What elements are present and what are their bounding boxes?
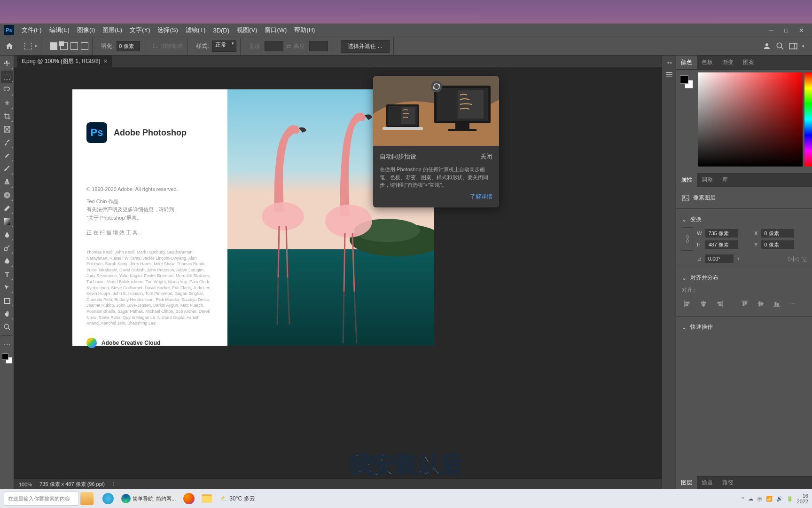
menu-type[interactable]: 文字(Y)	[126, 24, 154, 36]
blur-tool[interactable]	[1, 229, 13, 241]
flip-vertical-icon[interactable]: ▽̲	[802, 255, 806, 262]
y-input[interactable]	[761, 240, 794, 249]
sync-popup-close[interactable]: 关闭	[480, 152, 492, 161]
feather-input[interactable]	[117, 41, 140, 51]
edit-toolbar[interactable]: ⋯	[1, 338, 13, 350]
quick-actions-header[interactable]: ⌄ 快速操作	[682, 320, 806, 334]
angle-chevron-icon[interactable]: ▾	[737, 256, 740, 261]
taskbar-date[interactable]: 2022	[797, 499, 808, 504]
tray-input-icon[interactable]: ㊥	[757, 495, 762, 502]
home-icon[interactable]	[3, 40, 16, 53]
taskbar-app-1[interactable]	[80, 492, 94, 505]
align-hcenter-icon[interactable]	[698, 298, 709, 310]
zoom-tool[interactable]	[1, 321, 13, 333]
tab-adjustments[interactable]: 调整	[697, 173, 718, 187]
dodge-tool[interactable]	[1, 242, 13, 254]
tray-onedrive-icon[interactable]: ☁	[748, 496, 753, 502]
align-left-icon[interactable]	[682, 298, 693, 310]
eraser-tool[interactable]	[1, 202, 13, 214]
tab-libraries[interactable]: 库	[718, 173, 733, 187]
taskbar-browser-edge[interactable]: 简单导航, 简约网...	[118, 491, 179, 506]
sync-popup-learn-more[interactable]: 了解详情	[380, 193, 492, 201]
marquee-tool[interactable]	[1, 71, 13, 83]
tray-battery-icon[interactable]: 🔋	[787, 496, 793, 502]
chevron-down-icon[interactable]: ▾	[802, 44, 804, 48]
stamp-tool[interactable]	[1, 176, 13, 188]
tab-paths[interactable]: 路径	[718, 476, 738, 489]
windows-search-input[interactable]: 在这里输入你要搜索的内容	[4, 492, 79, 506]
minimize-button[interactable]: ─	[764, 25, 778, 35]
brush-tool[interactable]	[1, 163, 13, 175]
taskbar-time[interactable]: 16	[797, 493, 808, 499]
x-input[interactable]	[761, 229, 794, 238]
menu-3d[interactable]: 3D(D)	[209, 25, 233, 36]
align-right-icon[interactable]	[714, 298, 725, 310]
hand-tool[interactable]	[1, 308, 13, 320]
move-tool[interactable]	[1, 57, 13, 70]
maximize-button[interactable]: □	[779, 25, 793, 35]
flip-horizontal-icon[interactable]: ▷|◁	[789, 255, 798, 262]
pen-tool[interactable]	[1, 255, 13, 267]
shape-tool[interactable]	[1, 294, 13, 307]
selection-intersect-icon[interactable]	[81, 42, 88, 50]
history-brush-tool[interactable]	[1, 189, 13, 201]
tray-chevron-icon[interactable]: ^	[742, 496, 744, 501]
transform-section-header[interactable]: ⌄ 变换	[682, 213, 806, 226]
gradient-tool[interactable]	[1, 215, 13, 228]
tray-wifi-icon[interactable]: 📶	[766, 496, 773, 502]
lasso-tool[interactable]	[1, 84, 13, 96]
chevron-down-icon[interactable]: ▾	[35, 44, 37, 48]
eyedropper-tool[interactable]	[1, 136, 13, 149]
zoom-level[interactable]: 100%	[19, 482, 32, 487]
menu-image[interactable]: 图像(I)	[73, 24, 99, 36]
tab-gradients[interactable]: 渐变	[718, 56, 738, 69]
tray-volume-icon[interactable]: 🔊	[776, 496, 783, 502]
menu-file[interactable]: 文件(F)	[18, 24, 46, 36]
document-tab[interactable]: 8.png @ 100% (图层 1, RGB/8) ✕	[17, 56, 112, 67]
menu-edit[interactable]: 编辑(E)	[46, 24, 73, 36]
healing-tool[interactable]	[1, 150, 13, 162]
height-input[interactable]	[705, 240, 738, 249]
status-chevron-icon[interactable]: 〉	[112, 481, 117, 488]
menu-window[interactable]: 窗口(W)	[261, 24, 290, 36]
taskbar-explorer[interactable]	[199, 491, 214, 506]
tab-properties[interactable]: 属性	[676, 173, 697, 187]
taskbar-firefox[interactable]	[181, 491, 196, 506]
type-tool[interactable]: T	[1, 268, 13, 280]
tab-swatches[interactable]: 色板	[697, 56, 718, 69]
workspace-icon[interactable]	[789, 43, 797, 49]
path-select-tool[interactable]	[1, 281, 13, 294]
menu-view[interactable]: 视图(V)	[233, 24, 261, 36]
angle-input[interactable]	[705, 254, 734, 263]
selection-add-icon[interactable]	[60, 42, 68, 50]
align-top-icon[interactable]	[739, 298, 750, 310]
select-and-mask-button[interactable]: 选择并遮住 ...	[341, 40, 389, 53]
menu-layer[interactable]: 图层(L)	[99, 24, 126, 36]
taskbar-weather[interactable]: ⛅ 30°C 多云	[220, 495, 255, 503]
align-bottom-icon[interactable]	[771, 298, 782, 310]
color-field[interactable]	[698, 72, 803, 167]
marquee-tool-icon[interactable]	[24, 43, 32, 49]
brush-settings-icon[interactable]	[663, 68, 675, 80]
tab-layers[interactable]: 图层	[676, 476, 697, 489]
crop-tool[interactable]	[1, 110, 13, 122]
selection-new-icon[interactable]	[50, 42, 57, 50]
search-icon[interactable]	[776, 42, 784, 50]
tab-channels[interactable]: 通道	[697, 476, 718, 489]
menu-filter[interactable]: 滤镜(T)	[182, 24, 210, 36]
align-vcenter-icon[interactable]	[755, 298, 766, 310]
align-more-icon[interactable]: ⋯	[787, 298, 798, 310]
hue-slider[interactable]	[804, 72, 812, 167]
menu-help[interactable]: 帮助(H)	[290, 24, 319, 36]
close-button[interactable]: ✕	[794, 25, 808, 35]
width-input[interactable]	[705, 229, 738, 238]
quick-select-tool[interactable]	[1, 97, 13, 109]
color-swap-icon[interactable]	[1, 351, 13, 365]
style-select[interactable]: 正常 ▾	[212, 40, 236, 52]
foreground-background-swatch[interactable]	[680, 75, 693, 88]
align-section-header[interactable]: ⌄ 对齐并分布	[682, 271, 806, 285]
menu-select[interactable]: 选择(S)	[154, 24, 181, 36]
frame-tool[interactable]	[1, 123, 13, 135]
tab-patterns[interactable]: 图案	[738, 56, 759, 69]
link-dimensions-icon[interactable]	[682, 227, 693, 251]
